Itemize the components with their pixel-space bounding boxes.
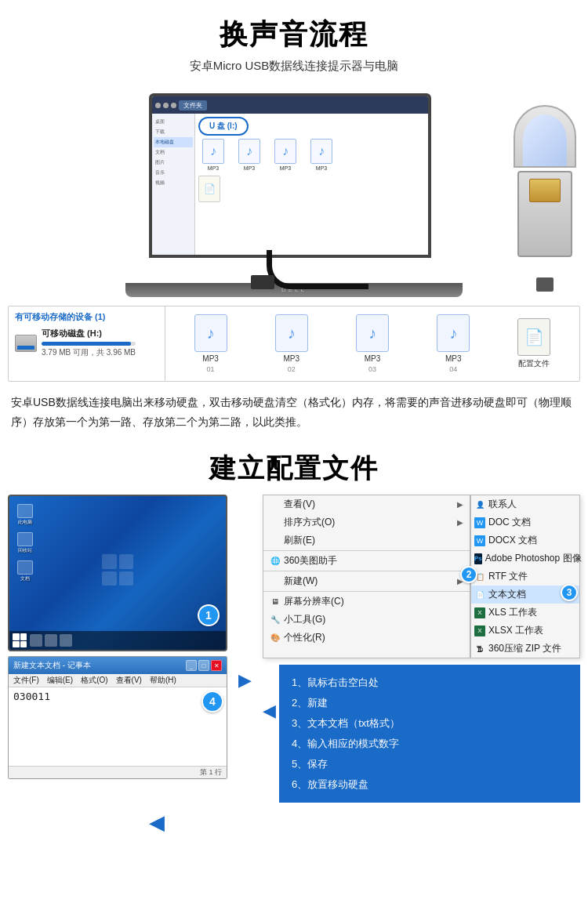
fb-mp3-03: ♪ MP3 03: [356, 314, 389, 373]
left-column: 此电脑 回收站 文档: [8, 495, 227, 803]
usb-port: [536, 277, 554, 292]
drive-progress-fill: [42, 342, 131, 346]
notepad-menu-help[interactable]: 帮助(H): [150, 675, 176, 686]
drive-size: 3.79 MB 可用，共 3.96 MB: [42, 347, 136, 358]
step-5: 5、保存: [292, 754, 568, 774]
arrow-right-1: [235, 495, 255, 803]
notepad-menu-edit[interactable]: 编辑(E): [47, 675, 73, 686]
usb-label: U 盘 (I:): [198, 117, 249, 136]
cm-360[interactable]: 🌐360美图助手: [263, 552, 470, 570]
desktop-icon-2: 回收站: [17, 532, 33, 554]
mp3-icon-2: [238, 139, 260, 164]
fb-header: 有可移动存储的设备 (1): [15, 311, 158, 323]
fb-mp3-icon-02: ♪: [275, 314, 308, 352]
sm-txt[interactable]: 📄文本文档 3: [471, 586, 579, 604]
usb-body: [517, 171, 572, 257]
sm-contact[interactable]: 👤联系人: [471, 495, 579, 513]
sm-doc[interactable]: WDOC 文档: [471, 513, 579, 531]
fb-drive: 可移动磁盘 (H:) 3.79 MB 可用，共 3.96 MB: [15, 328, 158, 358]
page-title-1: 换声音流程: [0, 0, 588, 59]
steps-box: 1、鼠标右击空白处 2、新建 3、文本文档（txt格式） 4、输入相应的模式数字…: [279, 665, 580, 803]
fb-config-file: 📄 配置文件: [517, 318, 550, 369]
drive-name: 可移动磁盘 (H:): [42, 328, 136, 339]
fb-right-panel: ♪ MP3 01 ♪ MP3 02 ♪ MP3 03 ♪ MP3 04 📄 配置…: [165, 306, 579, 381]
mp3-file-4: MP3: [307, 139, 336, 171]
notepad-statusbar: 第 1 行: [9, 766, 227, 778]
right-column: 查看(V) ▶ 排序方式(O) ▶ 刷新(E) 🌐360美图助手 新建(W): [263, 495, 580, 803]
fb-mp3-02: ♪ MP3 02: [275, 314, 308, 373]
mp3-file-3: MP3: [270, 139, 300, 171]
drive-icon: [15, 335, 37, 352]
usb-device: [510, 105, 580, 277]
cm-gadgets[interactable]: 🔧小工具(G): [263, 611, 470, 629]
notepad-titlebar: 新建文本文档 - 记事本 _ □ ✕: [9, 657, 227, 674]
badge-3: 3: [561, 584, 578, 601]
sm-zip[interactable]: 🗜360压缩 ZIP 文件: [471, 640, 579, 658]
sidebar-item-ex: 桌面: [154, 117, 193, 127]
drive-progress-bar: [42, 342, 136, 346]
mp3-icon-1: [202, 139, 224, 164]
fb-mp3-icon-01: ♪: [194, 314, 227, 352]
cm-sort[interactable]: 排序方式(O) ▶: [263, 513, 470, 531]
badge-1: 1: [198, 604, 220, 626]
mp3-icon-3: [274, 139, 296, 164]
notepad-menu-format[interactable]: 格式(O): [81, 675, 107, 686]
notepad-menu-file[interactable]: 文件(F): [13, 675, 39, 686]
step-6: 6、放置移动硬盘: [292, 774, 568, 795]
step-1: 1、鼠标右击空白处: [292, 673, 568, 693]
win-desktop: 此电脑 回收站 文档: [8, 495, 227, 651]
mp3-files-container: MP3 MP3 MP3: [198, 139, 425, 171]
context-menu: 查看(V) ▶ 排序方式(O) ▶ 刷新(E) 🌐360美图助手 新建(W): [263, 495, 470, 658]
cm-resolution[interactable]: 🖥屏幕分辨率(C): [263, 593, 470, 611]
notepad-minimize[interactable]: _: [186, 660, 197, 671]
win-start-button[interactable]: [13, 633, 27, 647]
mp3-file-1: MP3: [198, 139, 228, 171]
cm-view[interactable]: 查看(V) ▶: [263, 495, 470, 513]
laptop-screen: 文件夹 桌面 下载 本地磁盘 文档 图片 音乐 视频 U 盘 (I:): [149, 93, 431, 258]
file-browser-section: 有可移动存储的设备 (1) 可移动磁盘 (H:) 3.79 MB 可用，共 3.…: [8, 306, 580, 382]
sm-xls[interactable]: XXLS 工作表: [471, 604, 579, 622]
usb-beacon: [514, 105, 576, 168]
usb-connector: [251, 275, 274, 289]
sm-docx[interactable]: WDOCX 文档: [471, 531, 579, 549]
cm-personalize[interactable]: 🎨个性化(R): [263, 629, 470, 647]
submenu: 👤联系人 WDOC 文档 WDOCX 文档 PsAdobe Photoshop …: [470, 495, 580, 658]
cm-refresh[interactable]: 刷新(E): [263, 531, 470, 549]
usb-cable: [267, 250, 368, 289]
fb-config-icon: 📄: [517, 318, 550, 356]
explorer-tab: 文件夹: [179, 100, 207, 111]
notepad-close[interactable]: ✕: [211, 660, 222, 671]
notepad-content[interactable]: 030011: [9, 687, 55, 766]
mp3-file-2: MP3: [234, 139, 264, 171]
section2-body: 此电脑 回收站 文档: [0, 495, 588, 803]
win-taskbar: [9, 631, 226, 650]
badge-4: 4: [201, 691, 223, 713]
description-text: 安卓USB数据线连接电脑出来移动硬盘，双击移动硬盘清空（格式化）内存，将需要的声…: [0, 386, 588, 438]
fb-mp3-04: ♪ MP3 04: [437, 314, 470, 373]
arrow-left: [263, 662, 276, 721]
page-subtitle-1: 安卓Micro USB数据线连接提示器与电脑: [0, 59, 588, 74]
fb-left-panel: 有可移动存储的设备 (1) 可移动磁盘 (H:) 3.79 MB 可用，共 3.…: [9, 306, 165, 381]
desktop-icon-1: 此电脑: [17, 504, 33, 526]
fb-mp3-icon-04: ♪: [437, 314, 470, 352]
step-4: 4、输入相应的模式数字: [292, 734, 568, 754]
sm-photoshop[interactable]: PsAdobe Photoshop 图像: [471, 549, 579, 567]
notepad-restore[interactable]: □: [198, 660, 209, 671]
notepad-menu-view[interactable]: 查看(V): [116, 675, 142, 686]
notepad-window: 新建文本文档 - 记事本 _ □ ✕ 文件(F) 编辑(E) 格式(O) 查看(…: [8, 656, 227, 779]
page-title-2: 建立配置文件: [0, 438, 588, 495]
desktop-icon-3: 文档: [17, 560, 33, 582]
step-3: 3、文本文档（txt格式）: [292, 713, 568, 734]
sm-rtf[interactable]: 📋RTF 文件: [471, 567, 579, 586]
bottom-arrow: ◀: [0, 810, 588, 843]
sm-xlsx[interactable]: XXLSX 工作表: [471, 622, 579, 640]
fb-mp3-icon-03: ♪: [356, 314, 389, 352]
cm-new[interactable]: 新建(W) ▶ 2: [263, 572, 470, 590]
step-2: 2、新建: [292, 693, 568, 713]
steps-row: 1、鼠标右击空白处 2、新建 3、文本文档（txt格式） 4、输入相应的模式数字…: [263, 662, 580, 803]
menus-container: 查看(V) ▶ 排序方式(O) ▶ 刷新(E) 🌐360美图助手 新建(W): [263, 495, 580, 658]
laptop-illustration: 文件夹 桌面 下载 本地磁盘 文档 图片 音乐 视频 U 盘 (I:): [0, 82, 588, 301]
mp3-icon-4: [310, 139, 332, 164]
notepad-title-text: 新建文本文档 - 记事本: [13, 660, 91, 671]
fb-mp3-01: ♪ MP3 01: [194, 314, 227, 373]
